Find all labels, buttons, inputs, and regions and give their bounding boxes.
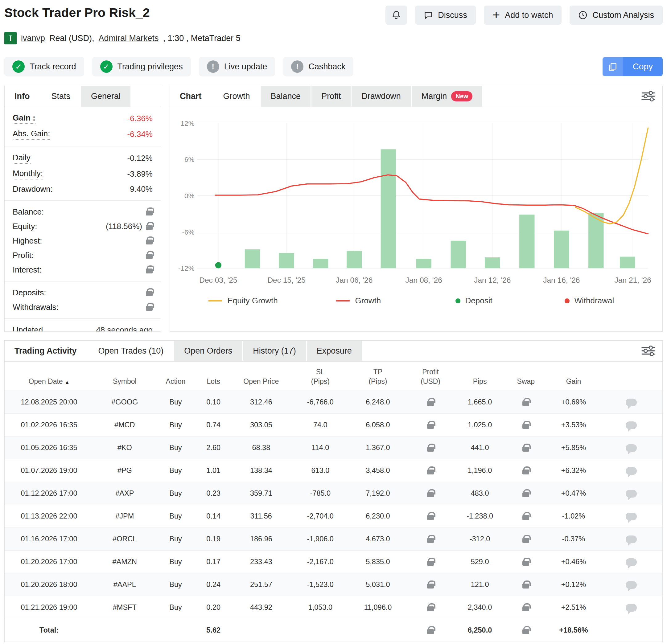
broker-link[interactable]: Admiral Markets: [99, 34, 159, 43]
action-cell: Buy: [156, 596, 195, 619]
lock-icon: [146, 240, 153, 245]
comment-cell: [600, 391, 662, 414]
swap-cell: [504, 573, 547, 596]
header-line1: Profit: [408, 367, 453, 377]
tab-open-trades-10[interactable]: Open Trades (10): [88, 341, 174, 361]
open-price-cell: 186.96: [232, 528, 291, 550]
col-header-tp-pips[interactable]: TP(Pips): [350, 362, 406, 391]
check-icon: ✓: [12, 61, 25, 73]
comment-icon[interactable]: [626, 422, 637, 429]
trade-row[interactable]: 01.21.2026 19:00#MSFTBuy0.20443.921,053.…: [5, 596, 662, 619]
col-header-swap[interactable]: Swap: [504, 362, 547, 391]
comment-icon[interactable]: [626, 444, 637, 452]
tab-stats[interactable]: Stats: [41, 86, 80, 107]
sl-pips-cell: -1,906.0: [291, 528, 350, 550]
trade-row[interactable]: 01.05.2026 16:35#KOBuy2.6068.38114.01,36…: [5, 436, 662, 459]
lock-icon: [146, 306, 153, 311]
legend-item-equity-growth[interactable]: Equity Growth: [185, 296, 300, 306]
stats-label: Daily: [13, 153, 31, 164]
open-date-cell: 01.16.2026 17:00: [5, 528, 94, 550]
trade-row[interactable]: 01.12.2026 17:00#AXPBuy0.23359.71-785.07…: [5, 482, 662, 505]
legend-item-growth[interactable]: Growth: [300, 296, 416, 306]
lock-icon: [427, 401, 434, 406]
trade-row[interactable]: 01.13.2026 22:00#JPMBuy0.14311.56-2,704.…: [5, 505, 662, 528]
trade-row[interactable]: 01.20.2026 18:00#AAPLBuy0.24251.57-1,523…: [5, 573, 662, 596]
legend-dot-swatch: [565, 298, 570, 303]
action-cell: Buy: [156, 459, 195, 482]
legend-label: Withdrawal: [574, 296, 614, 306]
col-header-action[interactable]: Action: [156, 362, 195, 391]
panel-title-chart[interactable]: Chart: [170, 86, 212, 107]
comment-icon[interactable]: [626, 604, 637, 612]
tab-history-17[interactable]: History (17): [243, 341, 306, 361]
trade-row[interactable]: 12.08.2025 20:00#GOOGBuy0.10312.46-6,766…: [5, 391, 662, 414]
stats-label: Profit:: [13, 251, 34, 260]
discuss-button[interactable]: Discuss: [415, 5, 476, 24]
custom-analysis-button[interactable]: Custom Analysis: [570, 5, 663, 24]
tab-label: Stats: [51, 92, 70, 101]
col-header-gain[interactable]: Gain: [547, 362, 600, 391]
add-to-watch-label: Add to watch: [505, 11, 553, 20]
tab-profit[interactable]: Profit: [311, 86, 351, 107]
copy-button[interactable]: Copy: [603, 57, 663, 76]
badge-cashback: !Cashback: [283, 57, 353, 77]
stats-value-wrap: -0.12%: [127, 153, 153, 163]
notifications-button[interactable]: [386, 5, 407, 24]
trade-row[interactable]: 01.02.2026 16:35#MCDBuy0.74303.0574.06,0…: [5, 414, 662, 436]
legend-item-withdrawal[interactable]: Withdrawal: [532, 296, 647, 306]
tab-drawdown[interactable]: Drawdown: [352, 86, 411, 107]
comment-icon[interactable]: [626, 513, 637, 521]
lock-icon: [522, 583, 529, 589]
comment-icon[interactable]: [626, 558, 637, 566]
sl-pips-cell: 114.0: [291, 436, 350, 459]
panel-title-trading-activity[interactable]: Trading Activity: [5, 341, 87, 361]
tab-balance[interactable]: Balance: [261, 86, 311, 107]
tab-exposure[interactable]: Exposure: [307, 341, 362, 361]
legend-item-deposit[interactable]: Deposit: [416, 296, 532, 306]
account-info-row: I ivanvp Real (USD), Admiral Markets , 1…: [4, 32, 663, 44]
verification-badges: ✓Track record✓Trading privileges!Live up…: [4, 57, 353, 77]
col-header-symbol[interactable]: Symbol: [94, 362, 156, 391]
username-link[interactable]: ivanvp: [21, 34, 45, 43]
add-to-watch-button[interactable]: + Add to watch: [484, 5, 562, 24]
badge-label: Track record: [30, 62, 76, 71]
lock-icon: [427, 424, 434, 429]
stats-divider: [5, 200, 161, 201]
comment-icon[interactable]: [626, 490, 637, 498]
trade-row[interactable]: 01.07.2026 19:00#PGBuy1.01138.34613.03,4…: [5, 459, 662, 482]
stats-value-wrap: [146, 266, 153, 274]
tp-pips-cell: 3,458.0: [350, 459, 406, 482]
symbol-cell: #GOOG: [94, 391, 156, 414]
top-actions: Discuss + Add to watch Custom Analysis: [386, 5, 663, 24]
sl-pips-cell: -1,523.0: [291, 573, 350, 596]
stats-label: Equity:: [13, 222, 37, 231]
account-type-text: Real (USD),: [49, 34, 94, 43]
tab-margin[interactable]: MarginNew: [412, 86, 483, 107]
lots-cell: 0.19: [195, 528, 232, 550]
chart-settings-button[interactable]: [641, 90, 655, 103]
col-header-lots[interactable]: Lots: [195, 362, 232, 391]
tab-general[interactable]: General: [81, 86, 130, 107]
tab-open-orders[interactable]: Open Orders: [174, 341, 242, 361]
comment-icon[interactable]: [626, 467, 637, 475]
col-header-pips[interactable]: Pips: [455, 362, 504, 391]
y-axis-label: 0%: [184, 192, 195, 200]
activity-settings-button[interactable]: [641, 345, 655, 357]
col-header-profit-usd[interactable]: Profit(USD): [406, 362, 455, 391]
col-header-open-price[interactable]: Open Price: [232, 362, 291, 391]
trade-row[interactable]: 01.16.2026 17:00#ORCLBuy0.19186.96-1,906…: [5, 528, 662, 550]
comment-icon[interactable]: [626, 581, 637, 589]
stats-row: Equity:(118.56%): [13, 219, 153, 234]
stats-value: -6.34%: [127, 130, 153, 139]
tab-growth[interactable]: Growth: [213, 86, 260, 107]
col-header-sl-pips[interactable]: SL(Pips): [291, 362, 350, 391]
panel-title-info[interactable]: Info: [5, 86, 39, 107]
comment-icon[interactable]: [626, 399, 637, 406]
header-line1: Action: [158, 377, 194, 386]
col-header-open-date[interactable]: Open Date▲: [5, 362, 94, 391]
comment-icon[interactable]: [626, 535, 637, 543]
trade-row[interactable]: 01.20.2026 17:00#AMZNBuy0.17233.43-2,167…: [5, 550, 662, 573]
activity-panel-tabs: Trading ActivityOpen Trades (10)Open Ord…: [5, 341, 662, 362]
header-line1: Open Date▲: [6, 377, 92, 386]
chart-panel-tabs: ChartGrowthBalanceProfitDrawdownMarginNe…: [170, 86, 662, 107]
